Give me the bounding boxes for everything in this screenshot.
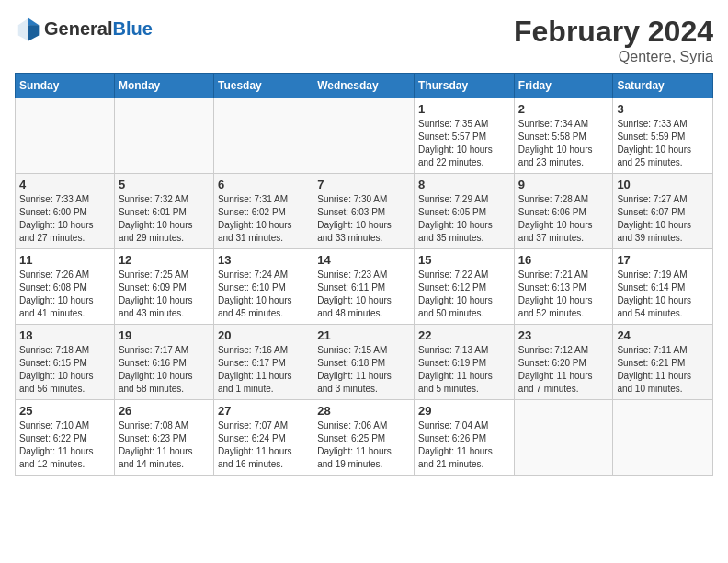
page-subtitle: Qentere, Syria bbox=[514, 49, 713, 65]
day-info: Sunrise: 7:34 AM Sunset: 5:58 PM Dayligh… bbox=[518, 118, 609, 169]
calendar-day-cell: 19Sunrise: 7:17 AM Sunset: 6:16 PM Dayli… bbox=[114, 325, 213, 400]
calendar-day-cell: 21Sunrise: 7:15 AM Sunset: 6:18 PM Dayli… bbox=[313, 325, 415, 400]
day-info: Sunrise: 7:21 AM Sunset: 6:13 PM Dayligh… bbox=[518, 269, 609, 320]
logo-text: GeneralBlue bbox=[44, 18, 153, 40]
day-number: 16 bbox=[518, 253, 609, 267]
logo-general: General bbox=[44, 18, 112, 39]
day-number: 29 bbox=[418, 404, 510, 418]
day-number: 11 bbox=[19, 253, 110, 267]
day-number: 23 bbox=[518, 328, 609, 342]
day-number: 13 bbox=[218, 253, 309, 267]
weekday-header: Saturday bbox=[613, 74, 713, 98]
calendar-day-cell bbox=[613, 400, 713, 476]
day-info: Sunrise: 7:04 AM Sunset: 6:26 PM Dayligh… bbox=[418, 419, 510, 471]
weekday-header: Wednesday bbox=[313, 74, 415, 98]
calendar-day-cell: 17Sunrise: 7:19 AM Sunset: 6:14 PM Dayli… bbox=[613, 249, 713, 325]
calendar-day-cell bbox=[514, 400, 613, 476]
day-number: 7 bbox=[317, 178, 410, 191]
day-number: 6 bbox=[218, 178, 309, 191]
weekday-header: Friday bbox=[514, 74, 613, 98]
day-info: Sunrise: 7:12 AM Sunset: 6:20 PM Dayligh… bbox=[518, 344, 609, 396]
day-info: Sunrise: 7:13 AM Sunset: 6:19 PM Dayligh… bbox=[418, 344, 510, 396]
day-info: Sunrise: 7:19 AM Sunset: 6:14 PM Dayligh… bbox=[617, 269, 709, 320]
day-number: 24 bbox=[617, 328, 709, 342]
day-info: Sunrise: 7:33 AM Sunset: 5:59 PM Dayligh… bbox=[617, 118, 709, 169]
day-info: Sunrise: 7:33 AM Sunset: 6:00 PM Dayligh… bbox=[19, 193, 110, 245]
calendar-header-row: SundayMondayTuesdayWednesdayThursdayFrid… bbox=[16, 74, 713, 98]
weekday-header: Sunday bbox=[16, 74, 115, 98]
calendar-day-cell: 11Sunrise: 7:26 AM Sunset: 6:08 PM Dayli… bbox=[16, 249, 115, 325]
day-info: Sunrise: 7:32 AM Sunset: 6:01 PM Dayligh… bbox=[119, 193, 210, 245]
calendar-day-cell: 15Sunrise: 7:22 AM Sunset: 6:12 PM Dayli… bbox=[415, 249, 515, 325]
logo: GeneralBlue bbox=[15, 15, 153, 42]
day-number: 8 bbox=[418, 178, 510, 191]
day-number: 9 bbox=[518, 178, 609, 191]
day-info: Sunrise: 7:07 AM Sunset: 6:24 PM Dayligh… bbox=[218, 419, 309, 471]
weekday-header: Monday bbox=[114, 74, 213, 98]
day-number: 15 bbox=[418, 253, 510, 267]
calendar-day-cell: 14Sunrise: 7:23 AM Sunset: 6:11 PM Dayli… bbox=[313, 249, 415, 325]
day-number: 18 bbox=[19, 328, 110, 342]
calendar-week-row: 4Sunrise: 7:33 AM Sunset: 6:00 PM Daylig… bbox=[16, 174, 713, 249]
day-info: Sunrise: 7:29 AM Sunset: 6:05 PM Dayligh… bbox=[418, 193, 510, 245]
calendar-day-cell: 12Sunrise: 7:25 AM Sunset: 6:09 PM Dayli… bbox=[114, 249, 213, 325]
day-info: Sunrise: 7:15 AM Sunset: 6:18 PM Dayligh… bbox=[317, 344, 410, 396]
svg-marker-2 bbox=[28, 18, 39, 26]
day-number: 12 bbox=[119, 253, 210, 267]
day-number: 3 bbox=[617, 102, 709, 116]
day-info: Sunrise: 7:27 AM Sunset: 6:07 PM Dayligh… bbox=[617, 193, 709, 245]
day-number: 14 bbox=[317, 253, 410, 267]
calendar-day-cell: 9Sunrise: 7:28 AM Sunset: 6:06 PM Daylig… bbox=[514, 174, 613, 249]
day-info: Sunrise: 7:31 AM Sunset: 6:02 PM Dayligh… bbox=[218, 193, 309, 245]
day-info: Sunrise: 7:22 AM Sunset: 6:12 PM Dayligh… bbox=[418, 269, 510, 320]
calendar-day-cell: 8Sunrise: 7:29 AM Sunset: 6:05 PM Daylig… bbox=[415, 174, 515, 249]
day-info: Sunrise: 7:30 AM Sunset: 6:03 PM Dayligh… bbox=[317, 193, 410, 245]
calendar-day-cell: 22Sunrise: 7:13 AM Sunset: 6:19 PM Dayli… bbox=[415, 325, 515, 400]
calendar-day-cell bbox=[213, 98, 313, 174]
calendar-day-cell bbox=[313, 98, 415, 174]
day-number: 27 bbox=[218, 404, 309, 418]
day-number: 4 bbox=[19, 178, 110, 191]
page-header: GeneralBlue February 2024 Qentere, Syria bbox=[15, 15, 713, 65]
day-number: 17 bbox=[617, 253, 709, 267]
weekday-header: Thursday bbox=[415, 74, 515, 98]
calendar-day-cell: 25Sunrise: 7:10 AM Sunset: 6:22 PM Dayli… bbox=[16, 400, 115, 476]
calendar-day-cell bbox=[16, 98, 115, 174]
calendar-day-cell: 18Sunrise: 7:18 AM Sunset: 6:15 PM Dayli… bbox=[16, 325, 115, 400]
calendar-week-row: 11Sunrise: 7:26 AM Sunset: 6:08 PM Dayli… bbox=[16, 249, 713, 325]
calendar-day-cell: 20Sunrise: 7:16 AM Sunset: 6:17 PM Dayli… bbox=[213, 325, 313, 400]
day-info: Sunrise: 7:35 AM Sunset: 5:57 PM Dayligh… bbox=[418, 118, 510, 169]
title-block: February 2024 Qentere, Syria bbox=[514, 15, 713, 65]
day-number: 22 bbox=[418, 328, 510, 342]
day-info: Sunrise: 7:24 AM Sunset: 6:10 PM Dayligh… bbox=[218, 269, 309, 320]
calendar-week-row: 18Sunrise: 7:18 AM Sunset: 6:15 PM Dayli… bbox=[16, 325, 713, 400]
page-title: February 2024 bbox=[514, 15, 713, 49]
day-number: 19 bbox=[119, 328, 210, 342]
day-number: 10 bbox=[617, 178, 709, 191]
calendar-week-row: 1Sunrise: 7:35 AM Sunset: 5:57 PM Daylig… bbox=[16, 98, 713, 174]
day-number: 2 bbox=[518, 102, 609, 116]
day-info: Sunrise: 7:18 AM Sunset: 6:15 PM Dayligh… bbox=[19, 344, 110, 396]
day-info: Sunrise: 7:23 AM Sunset: 6:11 PM Dayligh… bbox=[317, 269, 410, 320]
calendar-day-cell bbox=[114, 98, 213, 174]
day-info: Sunrise: 7:06 AM Sunset: 6:25 PM Dayligh… bbox=[317, 419, 410, 471]
calendar-day-cell: 3Sunrise: 7:33 AM Sunset: 5:59 PM Daylig… bbox=[613, 98, 713, 174]
day-number: 1 bbox=[418, 102, 510, 116]
day-number: 20 bbox=[218, 328, 309, 342]
calendar-day-cell: 2Sunrise: 7:34 AM Sunset: 5:58 PM Daylig… bbox=[514, 98, 613, 174]
day-number: 26 bbox=[119, 404, 210, 418]
day-number: 21 bbox=[317, 328, 410, 342]
day-info: Sunrise: 7:10 AM Sunset: 6:22 PM Dayligh… bbox=[19, 419, 110, 471]
logo-blue: Blue bbox=[112, 18, 152, 39]
calendar-day-cell: 6Sunrise: 7:31 AM Sunset: 6:02 PM Daylig… bbox=[213, 174, 313, 249]
calendar-day-cell: 23Sunrise: 7:12 AM Sunset: 6:20 PM Dayli… bbox=[514, 325, 613, 400]
day-info: Sunrise: 7:28 AM Sunset: 6:06 PM Dayligh… bbox=[518, 193, 609, 245]
calendar-day-cell: 16Sunrise: 7:21 AM Sunset: 6:13 PM Dayli… bbox=[514, 249, 613, 325]
day-info: Sunrise: 7:16 AM Sunset: 6:17 PM Dayligh… bbox=[218, 344, 309, 396]
weekday-header: Tuesday bbox=[213, 74, 313, 98]
day-number: 28 bbox=[317, 404, 410, 418]
day-info: Sunrise: 7:25 AM Sunset: 6:09 PM Dayligh… bbox=[119, 269, 210, 320]
calendar-day-cell: 4Sunrise: 7:33 AM Sunset: 6:00 PM Daylig… bbox=[16, 174, 115, 249]
logo-icon bbox=[15, 15, 42, 42]
calendar-day-cell: 13Sunrise: 7:24 AM Sunset: 6:10 PM Dayli… bbox=[213, 249, 313, 325]
